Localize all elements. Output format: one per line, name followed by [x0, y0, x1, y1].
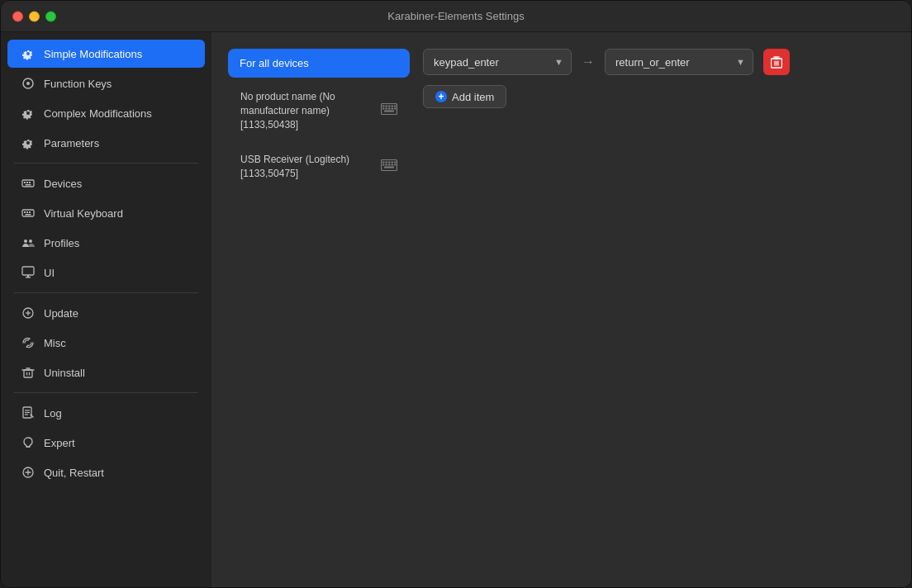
svg-rect-48 — [388, 162, 391, 164]
sidebar-item-ui[interactable]: UI — [7, 258, 205, 287]
svg-rect-42 — [392, 108, 394, 110]
svg-rect-10 — [29, 211, 31, 213]
sidebar-item-label: Expert — [44, 437, 75, 449]
devices-icon — [21, 176, 36, 191]
close-button[interactable] — [12, 11, 23, 21]
svg-rect-8 — [24, 211, 26, 213]
sidebar-item-label: Quit, Restart — [44, 467, 104, 479]
misc-icon — [21, 335, 36, 350]
svg-rect-38 — [394, 106, 397, 107]
ui-icon — [21, 265, 36, 280]
add-item-wrapper: + Add item — [423, 85, 895, 108]
sidebar-item-label: Virtual Keyboard — [44, 207, 123, 220]
svg-rect-4 — [26, 182, 28, 183]
profiles-icon — [21, 235, 36, 250]
svg-rect-15 — [26, 277, 31, 278]
svg-rect-20 — [24, 370, 32, 377]
device-item-row: No product name (No manufacturer name) [… — [240, 90, 397, 131]
divider-1 — [14, 163, 198, 164]
titlebar: Karabiner-Elements Settings — [1, 1, 911, 32]
sidebar-item-label: Devices — [44, 178, 82, 190]
svg-rect-35 — [386, 106, 388, 107]
svg-rect-7 — [22, 210, 34, 216]
window-title: Karabiner-Elements Settings — [387, 10, 524, 22]
sidebar-item-misc[interactable]: Misc — [7, 329, 205, 357]
sidebar-item-label: Complex Modifications — [44, 107, 152, 120]
sidebar-item-update[interactable]: Update — [7, 299, 205, 327]
device-item-all[interactable]: For all devices — [228, 49, 410, 78]
mapping-arrow: → — [582, 55, 595, 69]
svg-rect-16 — [27, 275, 29, 277]
svg-rect-41 — [388, 108, 391, 110]
sidebar-item-profiles[interactable]: Profiles — [7, 229, 205, 257]
expert-icon — [21, 435, 36, 450]
add-item-button[interactable]: + Add item — [423, 85, 506, 108]
svg-rect-49 — [392, 162, 394, 164]
uninstall-icon — [21, 365, 36, 380]
from-key-select[interactable]: keypad_enter return_or_enter caps_lock l… — [423, 49, 572, 75]
device-name-line1: No product name (No — [240, 91, 335, 102]
sidebar-item-complex-modifications[interactable]: Complex Modifications — [7, 99, 205, 127]
mapping-area: keypad_enter return_or_enter caps_lock l… — [423, 49, 895, 571]
to-select-wrapper: return_or_enter keypad_enter caps_lock l… — [605, 49, 753, 75]
svg-rect-6 — [26, 184, 31, 186]
parameters-icon — [21, 135, 36, 150]
from-select-wrapper: keypad_enter return_or_enter caps_lock l… — [423, 49, 572, 75]
sidebar-item-virtual-keyboard[interactable]: Virtual Keyboard — [7, 199, 205, 227]
svg-rect-46 — [382, 162, 385, 164]
update-icon — [21, 306, 36, 320]
svg-rect-40 — [386, 108, 388, 110]
svg-rect-50 — [394, 162, 397, 164]
svg-rect-11 — [26, 214, 31, 216]
device-item-usb-receiver[interactable]: USB Receiver (Logitech) [1133,50475] — [228, 144, 410, 190]
sidebar-item-quit-restart[interactable]: Quit, Restart — [7, 458, 205, 486]
minimize-button[interactable] — [29, 11, 40, 21]
sidebar-item-label: Log — [44, 407, 62, 420]
sidebar-item-label: Update — [44, 307, 78, 320]
svg-rect-2 — [22, 180, 34, 187]
to-key-select[interactable]: return_or_enter keypad_enter caps_lock l… — [605, 49, 753, 75]
sidebar-item-expert[interactable]: Expert — [7, 429, 205, 457]
svg-rect-37 — [392, 106, 394, 107]
sidebar-item-uninstall[interactable]: Uninstall — [7, 358, 205, 386]
add-icon: + — [435, 91, 447, 102]
mapping-row: keypad_enter return_or_enter caps_lock l… — [423, 49, 895, 75]
sidebar-item-parameters[interactable]: Parameters — [7, 129, 205, 157]
svg-rect-34 — [382, 106, 385, 107]
svg-rect-47 — [386, 162, 388, 164]
keyboard-icon — [381, 103, 397, 118]
sidebar-item-label: Misc — [44, 337, 66, 349]
sidebar-item-label: Function Keys — [44, 78, 112, 90]
sidebar-item-devices[interactable]: Devices — [7, 169, 205, 197]
sidebar: Simple Modifications Function Keys — [1, 32, 211, 587]
sidebar-item-label: UI — [44, 267, 55, 279]
sidebar-item-function-keys[interactable]: Function Keys — [7, 69, 205, 97]
device-item-text: USB Receiver (Logitech) [1133,50475] — [240, 153, 349, 181]
sidebar-item-label: Profiles — [44, 237, 79, 249]
sidebar-item-label: Uninstall — [44, 367, 85, 379]
main-window: Karabiner-Elements Settings Simple Modif… — [0, 0, 912, 588]
delete-mapping-button[interactable] — [763, 49, 790, 75]
svg-rect-54 — [392, 164, 394, 166]
sidebar-item-simple-modifications[interactable]: Simple Modifications — [7, 40, 205, 68]
device-name-line3: [1133,50438] — [240, 119, 298, 130]
device-item-no-product[interactable]: No product name (No manufacturer name) [… — [228, 81, 410, 140]
quit-restart-icon — [21, 465, 36, 480]
maximize-button[interactable] — [45, 11, 56, 21]
svg-rect-39 — [382, 108, 385, 110]
svg-rect-3 — [24, 182, 26, 183]
main-panel: For all devices No product name (No manu… — [211, 32, 911, 587]
device-item-text: No product name (No manufacturer name) [… — [240, 90, 335, 131]
add-item-label: Add item — [452, 91, 494, 103]
svg-rect-14 — [22, 267, 34, 275]
svg-rect-36 — [388, 106, 391, 107]
svg-point-13 — [29, 239, 32, 243]
keyboard-icon — [381, 159, 397, 174]
device-item-row: USB Receiver (Logitech) [1133,50475] — [240, 153, 397, 181]
log-icon — [21, 405, 36, 420]
sidebar-item-label: Simple Modifications — [44, 48, 142, 60]
function-keys-icon — [21, 76, 36, 91]
sidebar-item-log[interactable]: Log — [7, 399, 205, 427]
divider-2 — [14, 292, 198, 293]
svg-rect-51 — [382, 164, 385, 166]
